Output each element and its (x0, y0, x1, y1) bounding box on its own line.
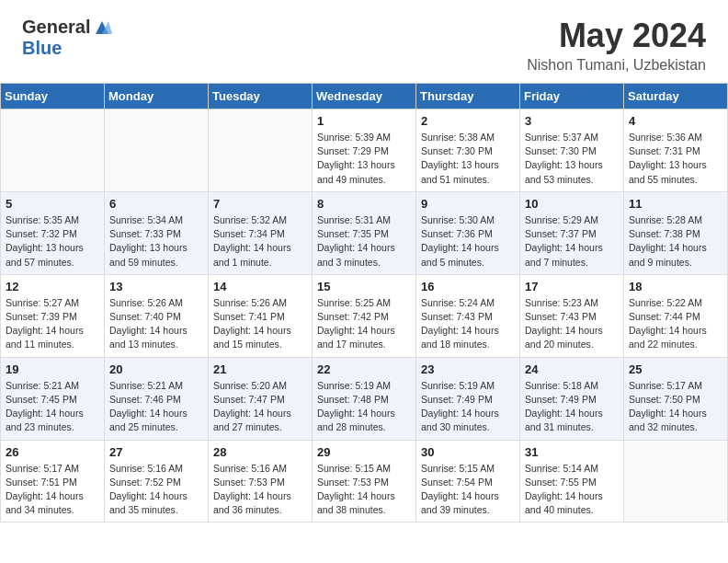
day-number: 3 (525, 114, 619, 128)
calendar-day-cell (624, 440, 728, 523)
calendar-day-cell: 8Sunrise: 5:31 AMSunset: 7:35 PMDaylight… (313, 191, 416, 274)
day-info: Sunrise: 5:17 AMSunset: 7:51 PMDaylight:… (6, 462, 99, 518)
day-number: 5 (6, 197, 99, 211)
day-number: 24 (525, 362, 619, 376)
day-info: Sunrise: 5:34 AMSunset: 7:33 PMDaylight:… (109, 213, 203, 270)
day-number: 21 (213, 362, 307, 376)
calendar-week-row: 26Sunrise: 5:17 AMSunset: 7:51 PMDayligh… (1, 440, 728, 523)
day-info: Sunrise: 5:17 AMSunset: 7:50 PMDaylight:… (629, 379, 722, 435)
day-info: Sunrise: 5:27 AMSunset: 7:39 PMDaylight:… (6, 296, 99, 352)
calendar-day-cell (1, 109, 105, 192)
day-info: Sunrise: 5:21 AMSunset: 7:45 PMDaylight:… (6, 379, 99, 435)
calendar-day-cell: 27Sunrise: 5:16 AMSunset: 7:52 PMDayligh… (105, 440, 209, 523)
day-of-week-header: Friday (520, 84, 624, 109)
logo-blue-text: Blue (22, 38, 62, 59)
day-number: 25 (629, 362, 722, 376)
calendar-day-cell: 1Sunrise: 5:39 AMSunset: 7:29 PMDaylight… (313, 109, 416, 192)
day-info: Sunrise: 5:25 AMSunset: 7:42 PMDaylight:… (317, 296, 411, 352)
day-info: Sunrise: 5:30 AMSunset: 7:36 PMDaylight:… (421, 213, 515, 270)
day-info: Sunrise: 5:14 AMSunset: 7:55 PMDaylight:… (525, 462, 619, 518)
day-info: Sunrise: 5:22 AMSunset: 7:44 PMDaylight:… (629, 296, 722, 352)
calendar-day-cell: 29Sunrise: 5:15 AMSunset: 7:53 PMDayligh… (313, 440, 416, 523)
day-number: 11 (629, 197, 722, 211)
day-number: 10 (525, 197, 619, 211)
day-number: 15 (317, 280, 411, 293)
location-subtitle: Nishon Tumani, Uzbekistan (527, 57, 706, 74)
calendar-day-cell: 16Sunrise: 5:24 AMSunset: 7:43 PMDayligh… (416, 274, 520, 357)
day-of-week-header: Wednesday (313, 84, 416, 109)
calendar-day-cell (105, 109, 209, 192)
calendar-day-cell: 22Sunrise: 5:19 AMSunset: 7:48 PMDayligh… (313, 357, 416, 440)
day-of-week-header: Monday (105, 84, 209, 109)
calendar-day-cell: 20Sunrise: 5:21 AMSunset: 7:46 PMDayligh… (105, 357, 209, 440)
calendar-header-row: SundayMondayTuesdayWednesdayThursdayFrid… (1, 84, 728, 109)
day-info: Sunrise: 5:29 AMSunset: 7:37 PMDaylight:… (525, 213, 619, 270)
day-info: Sunrise: 5:31 AMSunset: 7:35 PMDaylight:… (317, 213, 411, 270)
day-info: Sunrise: 5:36 AMSunset: 7:31 PMDaylight:… (629, 131, 722, 187)
calendar-day-cell: 2Sunrise: 5:38 AMSunset: 7:30 PMDaylight… (416, 109, 520, 192)
day-number: 6 (109, 197, 203, 211)
day-number: 2 (421, 114, 515, 128)
day-info: Sunrise: 5:24 AMSunset: 7:43 PMDaylight:… (421, 296, 515, 352)
day-of-week-header: Thursday (416, 84, 520, 109)
day-number: 29 (317, 445, 411, 459)
day-number: 31 (525, 445, 619, 459)
day-number: 27 (109, 445, 203, 459)
calendar-day-cell: 31Sunrise: 5:14 AMSunset: 7:55 PMDayligh… (520, 440, 624, 523)
calendar-week-row: 5Sunrise: 5:35 AMSunset: 7:32 PMDaylight… (1, 191, 728, 274)
calendar-day-cell: 14Sunrise: 5:26 AMSunset: 7:41 PMDayligh… (209, 274, 313, 357)
day-info: Sunrise: 5:26 AMSunset: 7:40 PMDaylight:… (109, 296, 203, 352)
day-info: Sunrise: 5:16 AMSunset: 7:53 PMDaylight:… (213, 462, 307, 518)
day-number: 1 (317, 114, 411, 128)
calendar-day-cell: 18Sunrise: 5:22 AMSunset: 7:44 PMDayligh… (624, 274, 728, 357)
day-info: Sunrise: 5:15 AMSunset: 7:54 PMDaylight:… (421, 462, 515, 518)
day-number: 22 (317, 362, 411, 376)
calendar-day-cell: 24Sunrise: 5:18 AMSunset: 7:49 PMDayligh… (520, 357, 624, 440)
calendar-day-cell: 12Sunrise: 5:27 AMSunset: 7:39 PMDayligh… (1, 274, 105, 357)
day-of-week-header: Tuesday (209, 84, 313, 109)
day-info: Sunrise: 5:38 AMSunset: 7:30 PMDaylight:… (421, 131, 515, 187)
calendar-day-cell: 28Sunrise: 5:16 AMSunset: 7:53 PMDayligh… (209, 440, 313, 523)
day-number: 16 (421, 280, 515, 293)
day-info: Sunrise: 5:18 AMSunset: 7:49 PMDaylight:… (525, 379, 619, 435)
day-of-week-header: Sunday (1, 84, 105, 109)
day-info: Sunrise: 5:32 AMSunset: 7:34 PMDaylight:… (213, 213, 307, 270)
day-number: 13 (109, 280, 203, 293)
day-info: Sunrise: 5:21 AMSunset: 7:46 PMDaylight:… (109, 379, 203, 435)
calendar-week-row: 1Sunrise: 5:39 AMSunset: 7:29 PMDaylight… (1, 109, 728, 192)
calendar-day-cell: 17Sunrise: 5:23 AMSunset: 7:43 PMDayligh… (520, 274, 624, 357)
page-header: General Blue May 2024 Nishon Tumani, Uzb… (0, 0, 728, 83)
calendar-day-cell: 7Sunrise: 5:32 AMSunset: 7:34 PMDaylight… (209, 191, 313, 274)
day-info: Sunrise: 5:19 AMSunset: 7:49 PMDaylight:… (421, 379, 515, 435)
day-number: 12 (6, 280, 99, 293)
calendar-day-cell: 19Sunrise: 5:21 AMSunset: 7:45 PMDayligh… (1, 357, 105, 440)
calendar-day-cell: 15Sunrise: 5:25 AMSunset: 7:42 PMDayligh… (313, 274, 416, 357)
calendar-day-cell: 26Sunrise: 5:17 AMSunset: 7:51 PMDayligh… (1, 440, 105, 523)
calendar-day-cell: 23Sunrise: 5:19 AMSunset: 7:49 PMDayligh… (416, 357, 520, 440)
calendar-day-cell: 10Sunrise: 5:29 AMSunset: 7:37 PMDayligh… (520, 191, 624, 274)
calendar-day-cell: 30Sunrise: 5:15 AMSunset: 7:54 PMDayligh… (416, 440, 520, 523)
day-number: 20 (109, 362, 203, 376)
day-number: 26 (6, 445, 99, 459)
day-info: Sunrise: 5:16 AMSunset: 7:52 PMDaylight:… (109, 462, 203, 518)
day-info: Sunrise: 5:35 AMSunset: 7:32 PMDaylight:… (6, 213, 99, 270)
day-number: 4 (629, 114, 722, 128)
logo-general-text: General (22, 17, 90, 38)
day-number: 8 (317, 197, 411, 211)
day-number: 14 (213, 280, 307, 293)
day-number: 18 (629, 280, 722, 293)
calendar-day-cell: 13Sunrise: 5:26 AMSunset: 7:40 PMDayligh… (105, 274, 209, 357)
logo-icon (92, 17, 112, 38)
calendar-day-cell: 5Sunrise: 5:35 AMSunset: 7:32 PMDaylight… (1, 191, 105, 274)
month-year-title: May 2024 (527, 17, 706, 55)
day-number: 7 (213, 197, 307, 211)
day-info: Sunrise: 5:39 AMSunset: 7:29 PMDaylight:… (317, 131, 411, 187)
calendar-week-row: 19Sunrise: 5:21 AMSunset: 7:45 PMDayligh… (1, 357, 728, 440)
day-info: Sunrise: 5:26 AMSunset: 7:41 PMDaylight:… (213, 296, 307, 352)
logo: General Blue (22, 17, 112, 59)
calendar-day-cell: 3Sunrise: 5:37 AMSunset: 7:30 PMDaylight… (520, 109, 624, 192)
day-number: 9 (421, 197, 515, 211)
day-info: Sunrise: 5:15 AMSunset: 7:53 PMDaylight:… (317, 462, 411, 518)
day-number: 28 (213, 445, 307, 459)
title-block: May 2024 Nishon Tumani, Uzbekistan (527, 17, 706, 74)
